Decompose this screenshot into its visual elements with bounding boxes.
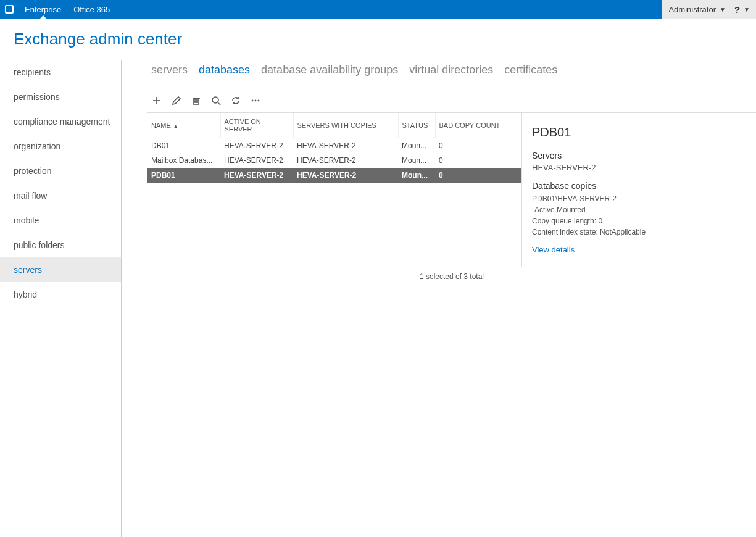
- copy-line: PDB01\HEVA-SERVER-2: [532, 193, 746, 204]
- databases-table: NAME▲ACTIVE ON SERVERSERVERS WITH COPIES…: [147, 113, 521, 183]
- cell-status: Moun...: [398, 168, 435, 183]
- ellipsis-icon: [251, 96, 260, 106]
- sidebar-item-compliance-management[interactable]: compliance management: [0, 109, 121, 134]
- chevron-down-icon: ▼: [720, 6, 726, 13]
- queue-line: Copy queue length: 0: [532, 215, 746, 227]
- sidebar-item-protection[interactable]: protection: [0, 159, 121, 183]
- db-copies-label: Database copies: [532, 181, 746, 191]
- cell-active_on: HEVA-SERVER-2: [220, 138, 293, 154]
- cell-status: Moun...: [398, 153, 435, 168]
- servers-label: Servers: [532, 151, 746, 160]
- table-row[interactable]: DB01HEVA-SERVER-2HEVA-SERVER-2Moun...0: [147, 138, 521, 154]
- top-tabs: EnterpriseOffice 365: [19, 0, 116, 19]
- column-active-on-server[interactable]: ACTIVE ON SERVER: [220, 113, 293, 138]
- column-name[interactable]: NAME▲: [147, 113, 220, 138]
- svg-point-7: [212, 97, 218, 103]
- sidebar-item-organization[interactable]: organization: [0, 134, 121, 159]
- plus-icon: [152, 96, 162, 106]
- tab-servers[interactable]: servers: [151, 64, 188, 77]
- sidebar-item-mobile[interactable]: mobile: [0, 208, 121, 233]
- column-bad-copy-count[interactable]: BAD COPY COUNT: [435, 113, 521, 138]
- pencil-icon: [172, 96, 181, 106]
- table-row[interactable]: Mailbox Databas...HEVA-SERVER-2HEVA-SERV…: [147, 153, 521, 168]
- cell-name: PDB01: [147, 168, 220, 183]
- chevron-down-icon: ▼: [744, 6, 750, 13]
- svg-point-11: [258, 100, 260, 102]
- table-row[interactable]: PDB01HEVA-SERVER-2HEVA-SERVER-2Moun...0: [147, 168, 521, 183]
- tab-database-availability-groups[interactable]: database availability groups: [261, 64, 398, 77]
- index-line: Content index state: NotApplicable: [532, 227, 746, 238]
- column-status[interactable]: STATUS: [398, 113, 435, 138]
- detail-title: PDB01: [532, 125, 746, 139]
- edit-button[interactable]: [171, 95, 182, 106]
- cell-bad: 0: [435, 168, 521, 183]
- cell-bad: 0: [435, 153, 521, 168]
- sidebar-item-public-folders[interactable]: public folders: [0, 233, 121, 257]
- cell-name: DB01: [147, 138, 220, 154]
- cell-bad: 0: [435, 138, 521, 154]
- svg-line-8: [218, 102, 220, 105]
- active-line: Active Mounted: [532, 204, 746, 215]
- toolbar: [133, 95, 756, 112]
- cell-copies: HEVA-SERVER-2: [293, 168, 398, 183]
- cell-name: Mailbox Databas...: [147, 153, 220, 168]
- top-tab-enterprise[interactable]: Enterprise: [19, 0, 67, 19]
- tab-databases[interactable]: databases: [199, 64, 250, 77]
- delete-button[interactable]: [191, 95, 202, 106]
- refresh-button[interactable]: [230, 95, 241, 106]
- sort-asc-icon: ▲: [173, 123, 178, 129]
- sidebar-item-recipients[interactable]: recipients: [0, 60, 121, 85]
- servers-value: HEVA-SERVER-2: [532, 163, 746, 172]
- tab-certificates[interactable]: certificates: [504, 64, 557, 77]
- cell-active_on: HEVA-SERVER-2: [220, 153, 293, 168]
- app-logo-icon: [0, 0, 19, 19]
- sidebar-item-hybrid[interactable]: hybrid: [0, 282, 121, 307]
- cell-status: Moun...: [398, 138, 435, 154]
- svg-point-9: [252, 100, 254, 102]
- list-pane: NAME▲ACTIVE ON SERVERSERVERS WITH COPIES…: [147, 113, 521, 267]
- top-tab-office-365[interactable]: Office 365: [67, 0, 116, 19]
- more-button[interactable]: [250, 95, 261, 106]
- search-icon: [211, 96, 221, 106]
- view-details-link[interactable]: View details: [532, 245, 575, 254]
- sidebar-item-mail-flow[interactable]: mail flow: [0, 183, 121, 208]
- page-title: Exchange admin center: [0, 19, 756, 60]
- search-button[interactable]: [210, 95, 222, 106]
- user-menu[interactable]: Administrator ▼ ? ▼: [662, 0, 756, 19]
- cell-copies: HEVA-SERVER-2: [293, 138, 398, 154]
- sidebar-item-permissions[interactable]: permissions: [0, 85, 121, 109]
- tab-virtual-directories[interactable]: virtual directories: [409, 64, 493, 77]
- trash-icon: [191, 96, 201, 106]
- top-bar: EnterpriseOffice 365 Administrator ▼ ? ▼: [0, 0, 756, 19]
- subtabs: serversdatabasesdatabase availability gr…: [133, 60, 756, 95]
- cell-active_on: HEVA-SERVER-2: [220, 168, 293, 183]
- add-button[interactable]: [151, 95, 162, 106]
- help-icon[interactable]: ?: [734, 4, 740, 15]
- sidebar-item-servers[interactable]: servers: [0, 257, 121, 282]
- svg-point-10: [255, 100, 257, 102]
- cell-copies: HEVA-SERVER-2: [293, 153, 398, 168]
- refresh-icon: [231, 96, 241, 106]
- sidebar: recipientspermissionscompliance manageme…: [0, 60, 122, 537]
- selection-footer: 1 selected of 3 total: [147, 267, 756, 286]
- detail-pane: PDB01 Servers HEVA-SERVER-2 Database cop…: [521, 113, 756, 267]
- user-label: Administrator: [668, 5, 716, 14]
- main-pane: serversdatabasesdatabase availability gr…: [122, 60, 756, 537]
- column-servers-with-copies[interactable]: SERVERS WITH COPIES: [293, 113, 398, 138]
